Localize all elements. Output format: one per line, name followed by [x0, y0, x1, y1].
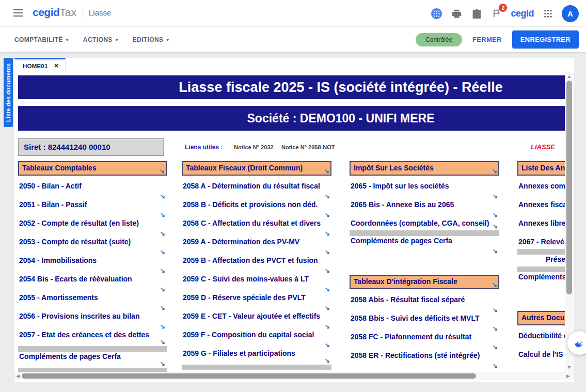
document-link[interactable]: 2058 FC - Plafonnement du résultat↘: [350, 333, 499, 351]
open-arrow-icon: ↘: [493, 325, 498, 332]
document-link-label: 2059 D - Réserve spéciale des PVLT: [183, 293, 306, 302]
document-link-label: 2067 - Relevé d: [518, 238, 571, 246]
scroll-down-icon[interactable]: ▼: [567, 365, 572, 370]
section-header[interactable]: Tableaux D'intégration Fiscale↘: [350, 275, 499, 289]
open-arrow-icon: ↘: [493, 248, 498, 254]
web-icon[interactable]: [430, 7, 442, 20]
separator-bar: [350, 230, 499, 236]
section-header-label: Tableaux Comptables: [22, 164, 97, 172]
assistant-icon: [573, 337, 585, 349]
document-link[interactable]: 2055 - Amortissements↘: [18, 293, 167, 312]
notification-badge: 2: [499, 4, 507, 12]
flag-icon[interactable]: 2: [490, 7, 503, 20]
document-link[interactable]: 2058 A - Détermination du résultat fisca…: [182, 182, 331, 200]
chevron-down-icon: ▾: [116, 37, 118, 42]
open-arrow-icon: ↘: [325, 342, 330, 348]
document-link[interactable]: 2053 - Compte de résultat (suite)↘: [18, 238, 167, 256]
document-link-label: Déductibilité de: [518, 332, 572, 340]
horizontal-scrollbar-thumb[interactable]: [22, 373, 476, 379]
open-arrow-icon: ↘: [493, 193, 498, 199]
separator-bar: [18, 346, 167, 352]
document-link[interactable]: 2050 - Bilan - Actif↘: [18, 182, 167, 200]
tab-home01[interactable]: HOME01 ✕: [14, 58, 66, 72]
open-arrow-icon: ↘: [160, 323, 165, 330]
open-arrow-icon: ↘: [160, 339, 165, 345]
clipboard-icon[interactable]: [470, 7, 483, 20]
document-link[interactable]: 2059 A - Détermination des PV-MV↘: [182, 238, 331, 256]
document-link-label: Calcul de l'IS: [518, 350, 563, 358]
top-header: cegidTax Liasse 2 cegid: [0, 0, 586, 27]
notice-2058-link[interactable]: Notice N° 2058-NOT: [281, 144, 335, 150]
brand-primary: cegid: [33, 6, 59, 18]
scroll-left-icon[interactable]: ◀: [16, 373, 20, 379]
document-link[interactable]: 2056 - Provisions inscrites au bilan↘: [18, 312, 167, 331]
enregistrer-button[interactable]: ENREGISTRER: [512, 30, 579, 49]
separator-bar: [182, 365, 331, 370]
liasse-document: Liasse fiscale 2025 - IS (société intégr…: [14, 72, 574, 382]
open-arrow-icon: ↘: [493, 363, 498, 369]
document-link-label: Compléments de pages Cerfa: [19, 352, 121, 360]
tab-close-icon[interactable]: ✕: [54, 62, 59, 69]
fermer-button[interactable]: FERMER: [472, 36, 502, 43]
brand-divider: [83, 7, 83, 19]
vertical-scrollbar[interactable]: ▲ ▼: [565, 72, 574, 372]
menubar-actions: Contrôlée FERMER ENREGISTRER: [416, 30, 579, 49]
document-link[interactable]: 2054 Bis - Ecarts de réévaluation↘: [18, 275, 167, 293]
document-link[interactable]: 2052 - Compte de résultat (en liste)↘: [18, 219, 167, 238]
document-link[interactable]: 2058 Bbis - Suivi des déficits et MVLT↘: [350, 314, 499, 333]
app-title: Liasse: [89, 8, 111, 17]
open-arrow-icon: ↘: [325, 249, 330, 255]
menu-actions[interactable]: ACTIONS ▾: [83, 36, 118, 43]
open-arrow-icon: ↘: [160, 268, 165, 274]
document-link[interactable]: 2051 - Bilan - Passif↘: [18, 200, 167, 219]
document-link[interactable]: 2058 Abis - Résultat fiscal séparé↘: [350, 295, 499, 314]
open-arrow-icon: ↘: [325, 286, 330, 292]
document-link[interactable]: Compléments de pages Cerfa↘: [18, 352, 167, 368]
notice-2032-link[interactable]: Notice N° 2032: [234, 144, 274, 150]
document-link[interactable]: 2065 - Impôt sur les sociétés↘: [350, 182, 499, 200]
document-link-label: 2058 Bbis - Suivi des déficits et MVLT: [351, 314, 479, 322]
menu-comptabilite[interactable]: COMPTABILITÉ ▾: [14, 36, 69, 43]
document-link-label: 2055 - Amortissements: [19, 293, 98, 302]
liasse-watermark: LIASSE: [531, 143, 555, 151]
section-header-label: Impôt Sur Les Sociétés: [354, 164, 434, 172]
documents-list-side-tab[interactable]: Liste des documents: [4, 58, 13, 127]
document-link-label: 2059 E - CET - Valeur ajoutée et effecti…: [183, 312, 320, 320]
document-link-label: 2065 Bis - Annexe Bis au 2065: [351, 200, 454, 209]
hamburger-menu-icon[interactable]: [13, 9, 23, 17]
brand-logo: cegidTax: [33, 6, 76, 19]
document-link-label: Coordonnées (comptable, CGA, conseil): [351, 219, 489, 227]
menubar: COMPTABILITÉ ▾ ACTIONS ▾ EDITIONS ▾ Cont…: [0, 27, 586, 53]
document-link[interactable]: 2059 B - Affectation des PVCT et fusion↘: [182, 256, 331, 275]
document-link-label: 2051 - Bilan - Passif: [19, 200, 87, 209]
horizontal-scrollbar[interactable]: ◀ ▶: [14, 372, 574, 380]
document-link[interactable]: 2059 C - Suivi des moins-values à LT↘: [182, 275, 331, 293]
menu-editions[interactable]: EDITIONS ▾: [133, 36, 169, 43]
vertical-scrollbar-thumb[interactable]: [566, 81, 572, 294]
document-link[interactable]: 2054 - Immobilisations↘: [18, 256, 167, 275]
document-link[interactable]: 2058 C - Affectation du résultat et dive…: [182, 219, 331, 238]
document-link[interactable]: 2065 Bis - Annexe Bis au 2065↘: [350, 200, 499, 219]
document-link[interactable]: 2059 F - Composition du capital social↘: [182, 331, 331, 349]
open-arrow-icon: ↘: [325, 357, 330, 364]
document-link[interactable]: 2059 G - Filiales et participations↘: [182, 349, 331, 365]
apps-grid-icon[interactable]: [542, 7, 554, 20]
print-icon[interactable]: [450, 7, 463, 20]
document-link[interactable]: Prése: [517, 255, 565, 266]
document-link[interactable]: 2058 B - Déficits et provisions non déd.…: [182, 200, 331, 219]
section-header-label: Autres Docum: [521, 313, 571, 322]
document-link[interactable]: Coordonnées (comptable, CGA, conseil)↘: [350, 219, 499, 230]
scroll-right-icon[interactable]: ▶: [566, 373, 570, 379]
section-header[interactable]: Tableaux Fiscaux (Droit Commun)↘: [182, 161, 331, 176]
user-avatar[interactable]: A: [562, 5, 579, 22]
section-header[interactable]: Impôt Sur Les Sociétés↘: [350, 161, 499, 176]
document-link[interactable]: Compléments de pages Cerfa↘: [350, 237, 499, 255]
document-link[interactable]: 2059 E - CET - Valeur ajoutée et effecti…: [182, 312, 331, 331]
document-link[interactable]: 2058 ER - Rectifications (sté intégrée)↘: [350, 351, 499, 370]
document-link[interactable]: 2057 - Etat des créances et des dettes↘: [18, 331, 167, 346]
section-header[interactable]: Tableaux Comptables↘: [18, 161, 167, 176]
document-link[interactable]: 2059 D - Réserve spéciale des PVLT↘: [182, 293, 331, 312]
scroll-up-icon[interactable]: ▲: [567, 74, 572, 79]
document-link-label: 2058 A - Détermination du résultat fisca…: [183, 182, 320, 190]
cegid-logo[interactable]: cegid: [511, 8, 534, 19]
